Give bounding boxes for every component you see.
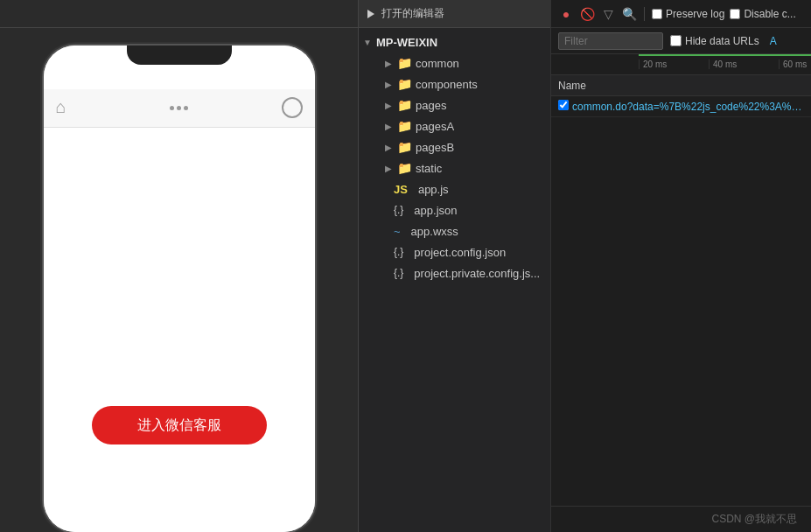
static-label: static <box>416 162 442 175</box>
timeline-tick-20ms: 20 ms <box>639 60 709 69</box>
static-folder-icon: 📁 <box>397 161 412 175</box>
common-folder-icon: 📁 <box>397 56 412 70</box>
tree-item-pagesB[interactable]: ▶ 📁 pagesB <box>359 136 550 158</box>
pagesA-arrow: ▶ <box>383 122 394 131</box>
appjson-label: app.json <box>414 204 457 217</box>
timeline-bar: 20 ms 40 ms 60 ms 80 m <box>551 54 811 75</box>
phone-nav-bar: ⌂ <box>44 89 315 128</box>
phone-content: 进入微信客服 <box>44 128 315 532</box>
record-button[interactable]: ● <box>558 6 574 22</box>
triangle-right-icon <box>367 10 374 18</box>
file-tree: ▼ MP-WEIXIN ▶ 📁 common ▶ 📁 components ▶ … <box>359 28 550 532</box>
pagesB-folder-icon: 📁 <box>397 140 412 154</box>
watermark-text: CSDN @我就不思 <box>711 512 797 527</box>
row-name: common.do?data=%7B%22js_code%22%3A%220b.… <box>572 101 804 113</box>
pages-folder-icon: 📁 <box>397 98 412 112</box>
tree-root[interactable]: ▼ MP-WEIXIN <box>359 32 550 52</box>
nav-dots <box>170 106 188 110</box>
timeline-green-line <box>639 54 811 56</box>
name-column-header: Name <box>558 80 586 92</box>
phone-notch <box>127 46 232 65</box>
pagesB-label: pagesB <box>416 141 454 154</box>
preserve-log-label: Preserve log <box>666 8 724 20</box>
root-arrow: ▼ <box>362 38 373 47</box>
projectconfig-icon: {.} <box>394 246 403 258</box>
clear-button[interactable]: 🚫 <box>579 6 595 22</box>
nav-dot-2 <box>177 106 181 110</box>
tree-item-projectconfig[interactable]: {.} project.config.json <box>359 242 550 262</box>
tree-item-pagesA[interactable]: ▶ 📁 pagesA <box>359 116 550 136</box>
common-label: common <box>416 57 459 70</box>
tree-item-components[interactable]: ▶ 📁 components <box>359 74 550 94</box>
search-icon-button[interactable]: 🔍 <box>621 6 637 22</box>
nav-close-circle <box>282 97 303 118</box>
phone-frame: ⌂ 进入微信客服 <box>44 46 315 532</box>
appwxss-icon: ~ <box>394 225 401 238</box>
row-checkbox-col <box>558 100 572 113</box>
tree-item-projectprivate[interactable]: {.} project.private.config.js... <box>359 262 550 284</box>
devtools-filter-bar: Hide data URLs A <box>551 28 811 54</box>
devtools-panel: ● 🚫 ▽ 🔍 Preserve log Disable c... Hide d… <box>551 0 811 532</box>
projectconfig-label: project.config.json <box>414 246 506 259</box>
disable-cache-checkbox[interactable] <box>730 9 740 19</box>
tree-item-pages[interactable]: ▶ 📁 pages <box>359 94 550 116</box>
home-icon: ⌂ <box>56 97 77 118</box>
projectprivate-icon: {.} <box>394 267 403 279</box>
disable-cache-label: Disable c... <box>744 8 795 20</box>
devtools-toolbar: ● 🚫 ▽ 🔍 Preserve log Disable c... <box>551 0 811 28</box>
file-panel-header: 打开的编辑器 <box>359 0 550 28</box>
appwxss-label: app.wxss <box>411 225 458 238</box>
components-label: components <box>416 78 478 91</box>
hide-data-urls-text: Hide data URLs <box>685 35 759 47</box>
preserve-log-checkbox-label[interactable]: Preserve log <box>652 8 724 20</box>
pagesB-arrow: ▶ <box>383 143 394 152</box>
network-list: common.do?data=%7B%22js_code%22%3A%220b.… <box>551 96 811 506</box>
static-arrow: ▶ <box>383 164 394 173</box>
phone-panel: ⌂ 进入微信客服 <box>0 0 359 532</box>
pagesA-label: pagesA <box>416 120 454 133</box>
tree-item-common[interactable]: ▶ 📁 common <box>359 52 550 74</box>
timeline-tick-60ms: 60 ms <box>779 60 811 69</box>
disable-cache-checkbox-label[interactable]: Disable c... <box>730 8 795 20</box>
filter-input[interactable] <box>558 32 663 50</box>
appjs-icon: JS <box>394 183 408 196</box>
pages-arrow: ▶ <box>383 101 394 110</box>
appjs-label: app.js <box>418 183 449 196</box>
root-label: MP-WEIXIN <box>376 36 437 49</box>
tree-item-appjs[interactable]: JS app.js <box>359 178 550 200</box>
network-headers: Name <box>551 75 811 96</box>
hide-data-urls-checkbox[interactable] <box>670 35 682 46</box>
phone-toolbar <box>0 0 358 28</box>
toolbar-separator-1 <box>644 7 645 21</box>
filter-icon-button[interactable]: ▽ <box>600 6 616 22</box>
table-row[interactable]: common.do?data=%7B%22js_code%22%3A%220b.… <box>551 96 811 117</box>
all-filter-tab[interactable]: A <box>770 35 777 47</box>
timeline-tick-40ms: 40 ms <box>709 60 779 69</box>
timeline-ticks: 20 ms 40 ms 60 ms 80 m <box>639 60 811 69</box>
common-arrow: ▶ <box>383 59 394 68</box>
preserve-log-checkbox[interactable] <box>652 9 662 19</box>
tree-item-appwxss[interactable]: ~ app.wxss <box>359 220 550 242</box>
footer-watermark: CSDN @我就不思 <box>551 506 811 532</box>
nav-dot-1 <box>170 106 174 110</box>
appjson-icon: {.} <box>394 204 403 216</box>
editor-header-label: 打开的编辑器 <box>381 6 444 21</box>
components-folder-icon: 📁 <box>397 77 412 91</box>
tree-item-appjson[interactable]: {.} app.json <box>359 200 550 220</box>
nav-dot-3 <box>184 106 188 110</box>
file-panel: 打开的编辑器 ▼ MP-WEIXIN ▶ 📁 common ▶ 📁 compon… <box>359 0 551 532</box>
projectprivate-label: project.private.config.js... <box>414 267 540 280</box>
enter-wechat-button[interactable]: 进入微信客服 <box>92 406 267 444</box>
pages-label: pages <box>416 99 446 112</box>
row-checkbox[interactable] <box>558 100 569 110</box>
components-arrow: ▶ <box>383 80 394 89</box>
tree-item-static[interactable]: ▶ 📁 static <box>359 158 550 178</box>
pagesA-folder-icon: 📁 <box>397 119 412 133</box>
hide-data-urls-label[interactable]: Hide data URLs <box>670 35 759 47</box>
